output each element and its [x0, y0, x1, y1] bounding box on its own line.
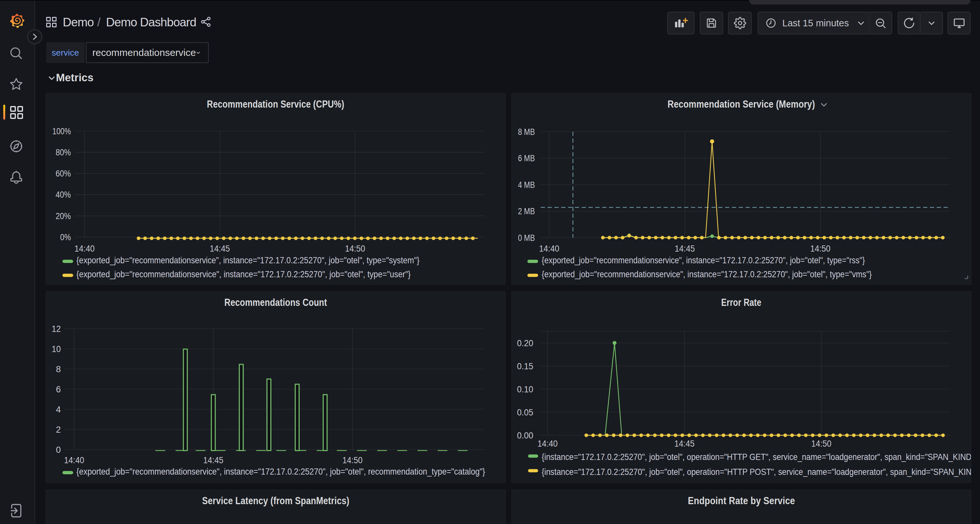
- svg-text:4 MB: 4 MB: [518, 180, 535, 190]
- svg-text:{exported_job="recommendations: {exported_job="recommendationservice", i…: [542, 269, 872, 279]
- svg-text:0.15: 0.15: [517, 361, 533, 371]
- svg-text:40%: 40%: [56, 189, 71, 200]
- svg-text:2 MB: 2 MB: [518, 206, 535, 216]
- svg-text:10: 10: [52, 344, 61, 354]
- svg-text:60%: 60%: [56, 168, 71, 178]
- svg-text:8 MB: 8 MB: [518, 127, 535, 137]
- svg-text:6: 6: [56, 384, 61, 394]
- svg-text:14:50: 14:50: [342, 455, 363, 465]
- svg-text:0%: 0%: [60, 232, 71, 242]
- svg-text:14:45: 14:45: [210, 243, 230, 254]
- svg-text:20%: 20%: [56, 211, 71, 221]
- svg-text:{exported_job="recommendations: {exported_job="recommendationservice", i…: [76, 467, 485, 476]
- svg-text:14:40: 14:40: [539, 243, 559, 254]
- svg-text:14:50: 14:50: [810, 243, 830, 254]
- svg-text:0.10: 0.10: [517, 384, 533, 394]
- svg-text:14:45: 14:45: [675, 243, 695, 254]
- svg-text:0.05: 0.05: [517, 407, 533, 418]
- svg-text:80%: 80%: [56, 147, 71, 157]
- svg-text:14:50: 14:50: [811, 438, 831, 449]
- svg-text:12: 12: [52, 324, 61, 334]
- svg-text:100%: 100%: [52, 126, 71, 136]
- svg-text:{exported_job="recommendations: {exported_job="recommendationservice", i…: [76, 255, 420, 265]
- svg-text:0.00: 0.00: [517, 430, 533, 440]
- svg-text:14:50: 14:50: [345, 243, 365, 254]
- svg-text:14:40: 14:40: [75, 243, 95, 254]
- svg-text:14:45: 14:45: [203, 455, 223, 465]
- svg-text:8: 8: [56, 364, 61, 374]
- svg-text:{exported_job="recommendations: {exported_job="recommendationservice", i…: [76, 269, 410, 279]
- svg-text:4: 4: [56, 404, 61, 414]
- svg-text:{instance="172.17.0.2:25270",: {instance="172.17.0.2:25270", job="otel"…: [542, 452, 971, 462]
- svg-text:14:45: 14:45: [675, 438, 695, 449]
- svg-text:14:40: 14:40: [538, 438, 558, 449]
- svg-text:0.20: 0.20: [517, 338, 533, 348]
- svg-text:{instance="172.17.0.2:25270",: {instance="172.17.0.2:25270", job="otel"…: [542, 467, 971, 477]
- svg-text:{exported_job="recommendations: {exported_job="recommendationservice", i…: [542, 255, 865, 265]
- svg-text:0 MB: 0 MB: [518, 233, 535, 243]
- svg-text:14:40: 14:40: [64, 455, 84, 465]
- svg-text:2: 2: [56, 424, 61, 435]
- svg-text:0: 0: [56, 445, 61, 455]
- svg-text:6 MB: 6 MB: [518, 153, 535, 163]
